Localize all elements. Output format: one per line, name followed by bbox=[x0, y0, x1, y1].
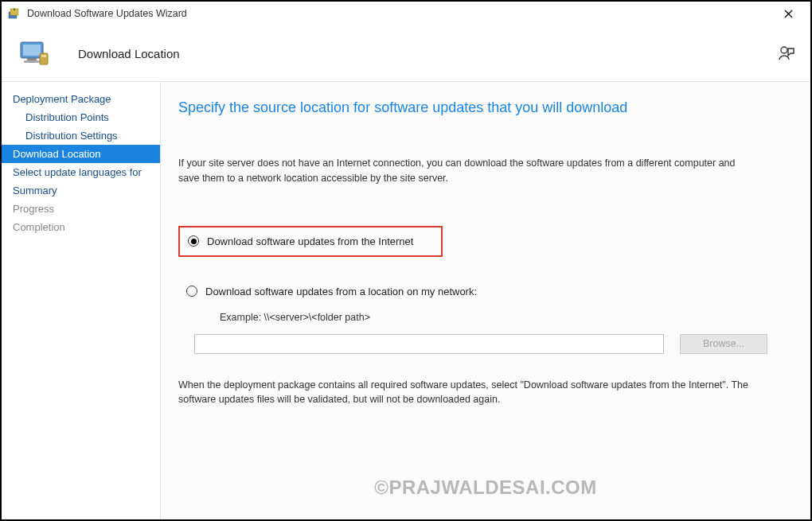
svg-rect-5 bbox=[24, 60, 40, 63]
svg-rect-7 bbox=[41, 55, 46, 57]
wizard-window: Download Software Updates Wizard Downloa… bbox=[0, 0, 812, 521]
network-path-input[interactable] bbox=[194, 334, 664, 354]
example-text: Example: \\<server>\<folder path> bbox=[178, 312, 791, 323]
feedback-icon[interactable] bbox=[777, 44, 796, 63]
sidebar-item-completion: Completion bbox=[2, 218, 160, 236]
svg-rect-4 bbox=[27, 58, 37, 60]
content-note: When the deployment package contains all… bbox=[178, 378, 783, 408]
radio-download-network[interactable]: Download software updates from a locatio… bbox=[178, 279, 791, 304]
sidebar-item-select-languages[interactable]: Select update languages for bbox=[2, 163, 160, 181]
sidebar-item-distribution-settings[interactable]: Distribution Settings bbox=[2, 126, 160, 145]
radio-icon bbox=[186, 286, 197, 297]
sidebar-item-download-location[interactable]: Download Location bbox=[2, 145, 160, 163]
svg-rect-3 bbox=[23, 45, 41, 56]
content-heading: Specify the source location for software… bbox=[178, 99, 791, 116]
content-panel: Specify the source location for software… bbox=[161, 82, 810, 519]
radio-download-internet[interactable]: Download software updates from the Inter… bbox=[178, 226, 443, 257]
computer-icon bbox=[16, 34, 54, 72]
header: Download Location bbox=[2, 25, 810, 81]
sidebar-item-distribution-points[interactable]: Distribution Points bbox=[2, 108, 160, 126]
body: Deployment Package Distribution Points D… bbox=[2, 82, 810, 519]
radio-icon bbox=[188, 235, 199, 247]
watermark: ©PRAJWALDESAI.COM bbox=[374, 476, 597, 499]
sidebar-item-progress: Progress bbox=[2, 200, 160, 218]
sidebar-item-summary[interactable]: Summary bbox=[2, 181, 160, 200]
content-intro: If your site server does not have an Int… bbox=[178, 156, 751, 186]
sidebar: Deployment Package Distribution Points D… bbox=[2, 82, 161, 519]
window-title: Download Software Updates Wizard bbox=[27, 8, 187, 19]
sidebar-item-deployment-package[interactable]: Deployment Package bbox=[2, 90, 160, 108]
svg-point-8 bbox=[781, 47, 787, 53]
page-title: Download Location bbox=[78, 47, 777, 60]
radio-network-label: Download software updates from a locatio… bbox=[205, 286, 477, 297]
titlebar: Download Software Updates Wizard bbox=[2, 2, 810, 25]
path-row: Browse... bbox=[178, 334, 791, 354]
app-icon bbox=[8, 7, 21, 20]
browse-button[interactable]: Browse... bbox=[680, 334, 767, 354]
close-button[interactable] bbox=[772, 2, 804, 25]
radio-internet-label: Download software updates from the Inter… bbox=[207, 235, 413, 247]
